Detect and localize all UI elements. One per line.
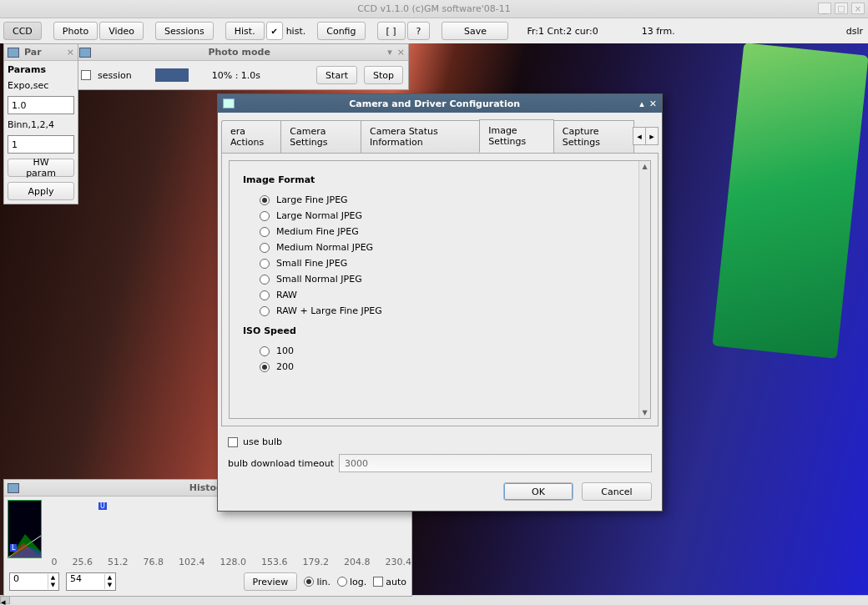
bulb-timeout-label: bulb download timeout [228,458,334,469]
tab-era-actions[interactable]: era Actions [221,120,281,153]
hist-button[interactable]: Hist. [225,22,265,40]
histogram-scale: 0 25.6 51.2 76.8 102.4 128.0 153.6 179.2… [45,557,412,567]
scale-lin-radio[interactable] [304,577,314,587]
main-toolbar: CCD Photo Video Sessions Hist. hist. Con… [0,18,868,43]
binn-label: Binn,1,2,4 [8,119,74,130]
hist-checkbox-label: hist. [286,26,306,37]
start-button[interactable]: Start [316,66,357,84]
main-window-titlebar: CCD v1.1.0 (c)GM software'08-11 _ □ × [0,0,868,18]
expo-input[interactable] [8,96,74,114]
histo-low-spin[interactable]: 0▲▼ [9,572,59,591]
tab-capture-settings[interactable]: Capture Settings [553,120,634,153]
radio-medium-normal-jpeg[interactable] [260,243,270,253]
stop-button[interactable]: Stop [364,66,403,84]
photo-mode-title: Photo mode [96,47,382,58]
video-button[interactable]: Video [99,22,144,40]
sessions-button[interactable]: Sessions [155,22,214,40]
radio-small-normal-jpeg[interactable] [260,275,270,285]
radio-medium-fine-jpeg[interactable] [260,227,270,237]
histo-high-spin[interactable]: 54▲▼ [66,572,116,591]
tab-scroll-right-icon[interactable]: ▸ [645,127,659,145]
radio-raw[interactable] [260,290,270,300]
radio-raw-plus-jpeg[interactable] [260,306,270,316]
radio-small-fine-jpeg[interactable] [260,259,270,269]
auto-checkbox[interactable] [373,577,383,587]
panel-close-icon[interactable]: × [397,47,405,58]
window-minimize-icon[interactable]: _ [818,3,831,14]
panel-icon [8,483,19,493]
hist-checkbox[interactable] [266,22,283,40]
tab-camera-settings[interactable]: Camera Settings [280,120,361,153]
radio-iso-200[interactable] [260,362,270,372]
scroll-left-icon[interactable]: ◂ [0,596,10,604]
radio-large-fine-jpeg[interactable] [260,195,270,205]
save-button[interactable]: Save [442,22,508,40]
config-dialog-titlebar[interactable]: Camera and Driver Configuration ▴✕ [218,94,662,113]
use-bulb-label: use bulb [243,436,282,447]
params-heading: Params [8,64,74,75]
config-dialog: Camera and Driver Configuration ▴✕ era A… [217,93,663,512]
config-dialog-title: Camera and Driver Configuration [240,98,629,109]
histogram-canvas[interactable]: L U [8,500,42,558]
preview-overlay-num8: 8 [806,235,835,301]
window-close-icon[interactable]: × [851,3,865,14]
iso-speed-heading: ISO Speed [243,325,637,336]
photo-mode-panel: Photo mode ▾× session 10% : 1.0s Start S… [75,43,409,90]
config-tabbar: era Actions Camera Settings Camera Statu… [221,119,659,153]
photo-mode-status: 10% : 1.0s [212,70,310,81]
help-button[interactable]: ? [407,22,431,40]
scale-log-radio[interactable] [337,577,347,587]
dialog-shade-icon[interactable]: ▴ [639,98,644,109]
config-button[interactable]: Config [317,22,365,40]
folder-icon [223,98,235,108]
settings-scrollbar[interactable]: ▲▼ [638,161,650,418]
status-frames: Fr:1 Cnt:2 cur:0 [527,26,598,37]
expo-label: Expo,sec [8,80,74,91]
progress-swatch [155,68,189,82]
fullscreen-button[interactable]: [ ] [377,22,406,40]
mode-label: dslr [846,26,863,37]
image-format-heading: Image Format [243,174,637,185]
hw-param-button[interactable]: HW param [8,159,74,177]
tab-image-settings[interactable]: Image Settings [479,119,554,153]
radio-iso-100[interactable] [260,346,270,356]
tab-scroll-left-icon[interactable]: ◂ [633,127,646,145]
binn-input[interactable] [8,135,74,154]
status-frm: 13 frm. [642,26,675,37]
main-window-title: CCD v1.1.0 (c)GM software'08-11 [357,3,511,14]
panel-icon [79,48,91,58]
apply-button[interactable]: Apply [8,182,74,200]
session-label: session [98,70,132,81]
ok-button[interactable]: OK [503,482,573,501]
tab-camera-status-info[interactable]: Camera Status Information [361,120,480,153]
histogram-marker-low[interactable]: L [10,544,17,552]
params-panel: Par × Params Expo,sec Binn,1,2,4 HW para… [3,43,78,204]
params-panel-title: Par [24,47,62,58]
panel-close-icon[interactable]: × [67,47,74,58]
panel-icon [8,48,19,58]
radio-large-normal-jpeg[interactable] [260,211,270,221]
preview-overlay-num9: 9 [793,102,818,159]
photo-button[interactable]: Photo [53,22,98,40]
histogram-marker-up[interactable]: U [98,502,107,510]
dialog-close-icon[interactable]: ✕ [649,98,657,109]
panel-shade-icon[interactable]: ▾ [387,47,392,58]
cancel-button[interactable]: Cancel [582,482,652,501]
ccd-button[interactable]: CCD [3,22,42,40]
config-tabpage: Image Format Large Fine JPEG Large Norma… [221,153,659,426]
session-checkbox[interactable] [81,70,91,80]
preview-button[interactable]: Preview [244,572,298,591]
bulb-timeout-input[interactable] [339,454,652,472]
use-bulb-checkbox[interactable] [228,437,238,447]
window-maximize-icon[interactable]: □ [835,3,848,14]
